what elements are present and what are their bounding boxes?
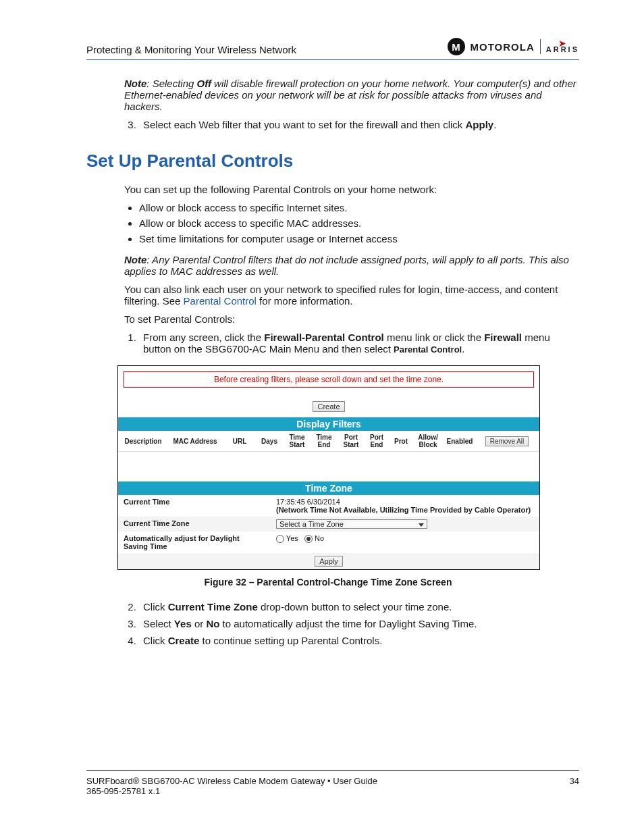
timezone-bar: Time Zone — [118, 481, 539, 495]
step-3b: Select Yes or No to automatically adjust… — [139, 618, 579, 629]
timezone-warning: Before creating filters, please scroll d… — [124, 371, 534, 388]
current-tz-label: Current Time Zone — [118, 517, 271, 531]
col-url: URL — [226, 438, 253, 445]
current-time-label: Current Time — [118, 495, 271, 517]
to-set-paragraph: To set Parental Controls: — [124, 313, 579, 325]
brand-block: M MOTOROLA ➤ ARRIS — [448, 38, 579, 55]
page-header: Protecting & Monitoring Your Wireless Ne… — [86, 38, 579, 60]
col-enabled: Enabled — [445, 438, 475, 445]
note-ports: Note: Any Parental Control filters that … — [124, 254, 579, 277]
display-filters-bar: Display Filters — [118, 417, 539, 431]
arris-logo: ➤ ARRIS — [546, 41, 579, 53]
section-heading: Set Up Parental Controls — [86, 151, 579, 172]
col-description: Description — [122, 438, 164, 445]
intro-paragraph: You can set up the following Parental Co… — [124, 184, 579, 195]
procedure-steps-cont: Click Current Time Zone drop-down button… — [124, 601, 579, 646]
current-time-value: 17:35:45 6/30/2014 (Network Time Not Ava… — [271, 495, 539, 517]
motorola-logo-icon: M — [448, 38, 465, 55]
col-allow-block: Allow/ Block — [415, 434, 441, 448]
dst-label: Automatically adjust for Daylight Saving… — [118, 531, 271, 553]
col-port-start: Port Start — [340, 434, 363, 448]
col-mac: MAC Address — [168, 438, 222, 445]
page-number: 34 — [570, 776, 579, 786]
parental-control-screenshot: Before creating filters, please scroll d… — [117, 365, 540, 570]
dst-no-radio[interactable] — [304, 535, 313, 543]
intro-steps: Select each Web filter that you want to … — [124, 119, 579, 130]
step-4: Click Create to continue setting up Pare… — [139, 635, 579, 646]
figure-caption: Figure 32 – Parental Control-Change Time… — [117, 577, 539, 588]
col-time-end: Time End — [313, 434, 336, 448]
dst-radios: Yes No — [271, 531, 539, 553]
dst-yes-radio[interactable] — [276, 535, 284, 543]
note-off: Note: Selecting Off will disable firewal… — [124, 78, 579, 112]
bullet-item: Allow or block access to specific MAC ad… — [139, 217, 579, 229]
step-2: Click Current Time Zone drop-down button… — [139, 601, 579, 613]
breadcrumb: Protecting & Monitoring Your Wireless Ne… — [86, 44, 296, 55]
col-time-start: Time Start — [286, 434, 308, 448]
col-port-end: Port End — [367, 434, 387, 448]
link-paragraph: You can also link each user on your netw… — [124, 284, 579, 307]
bullet-item: Set time limitations for computer usage … — [139, 233, 579, 244]
timezone-select[interactable]: Select a Time Zone — [276, 519, 427, 529]
filters-header-row: Description MAC Address URL Days Time St… — [118, 431, 539, 452]
remove-all-button[interactable]: Remove All — [485, 436, 529, 446]
footer-title: SURFboard® SBG6700-AC Wireless Cable Mod… — [86, 776, 377, 786]
step-1: From any screen, click the Firewall-Pare… — [139, 332, 579, 355]
apply-button[interactable]: Apply — [315, 556, 343, 567]
divider — [540, 39, 541, 54]
arris-text: ARRIS — [546, 46, 579, 53]
col-days: Days — [257, 438, 281, 445]
procedure-steps: From any screen, click the Firewall-Pare… — [124, 332, 579, 355]
timezone-table: Current Time 17:35:45 6/30/2014 (Network… — [118, 495, 539, 569]
col-prot: Prot — [391, 438, 411, 445]
parental-control-link[interactable]: Parental Control — [184, 295, 257, 307]
create-button[interactable]: Create — [313, 401, 344, 412]
page-footer: SURFboard® SBG6700-AC Wireless Cable Mod… — [86, 770, 579, 796]
capability-list: Allow or block access to specific Intern… — [124, 202, 579, 244]
motorola-text: MOTOROLA — [471, 41, 535, 53]
step-3: Select each Web filter that you want to … — [139, 119, 579, 130]
bullet-item: Allow or block access to specific Intern… — [139, 202, 579, 213]
footer-docnum: 365-095-25781 x.1 — [86, 786, 579, 796]
